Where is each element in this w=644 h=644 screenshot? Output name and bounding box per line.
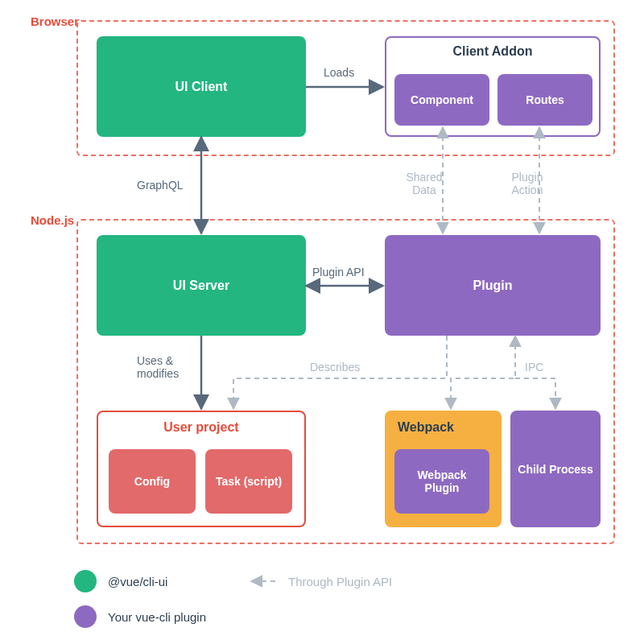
legend-green-dot [74,570,97,592]
webpack-title: Webpack [398,420,454,435]
routes-box: Routes [497,74,592,126]
shared-data-label: Shared Data [402,171,446,196]
browser-label: Browser [31,14,79,28]
legend-purple-text: Your vue-cli plugin [108,610,206,624]
graphql-label: GraphQL [137,179,184,192]
user-project-title: User project [163,420,238,435]
uses-modifies-label: Uses & modifies [137,354,193,380]
child-process-box: Child Process [510,411,601,527]
ipc-label: IPC [525,361,543,374]
legend-purple-dot [74,605,97,628]
ui-server-box: UI Server [97,235,306,336]
client-addon-title: Client Addon [453,44,533,59]
node-label: Node.js [31,213,74,227]
component-box: Component [394,74,489,126]
loads-label: Loads [324,66,354,79]
legend-green-text: @vue/cli-ui [108,575,167,588]
ui-client-box: UI Client [97,36,306,137]
legend-through-text: Through Plugin API [288,575,392,588]
plugin-action-label: Plugin Action [506,171,549,196]
webpack-plugin-box: Webpack Plugin [394,449,489,514]
config-box: Config [109,449,196,514]
plugin-api-label: Plugin API [312,266,365,279]
plugin-box: Plugin [385,235,601,336]
describes-label: Describes [310,361,360,374]
task-box: Task (script) [205,449,292,514]
